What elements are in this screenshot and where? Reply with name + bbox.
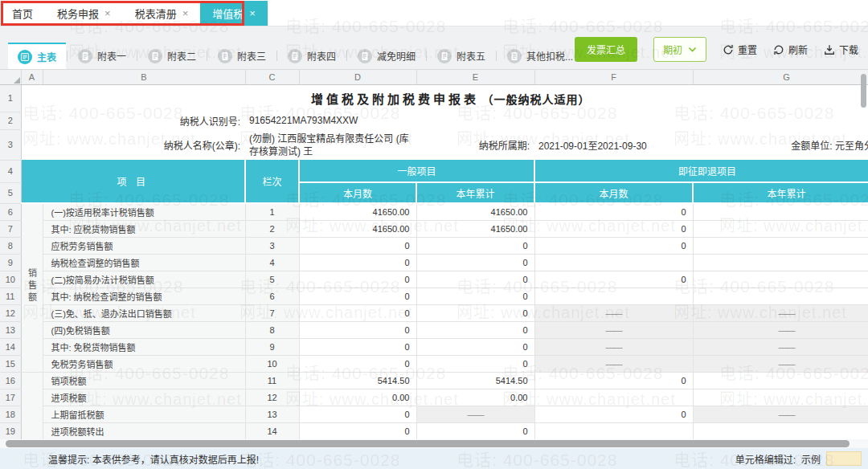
horizontal-scrollbar-track[interactable] — [0, 439, 868, 448]
row-number[interactable]: 17 — [0, 389, 21, 406]
value-cell[interactable]: 0 — [299, 271, 416, 288]
column-header-C[interactable]: C — [245, 70, 299, 84]
value-cell[interactable] — [534, 422, 693, 439]
close-tab-icon[interactable]: × — [182, 8, 189, 18]
value-cell[interactable]: 0 — [416, 338, 534, 355]
sheet-tab-annex3[interactable]: 附表三 — [208, 43, 276, 69]
row-number[interactable]: 15 — [0, 355, 21, 372]
column-header-F[interactable]: F — [534, 70, 693, 84]
row-number[interactable]: 12 — [0, 304, 21, 321]
refresh-icon — [773, 44, 784, 55]
value-cell[interactable]: 0 — [416, 304, 534, 321]
row-number[interactable]: 1 — [0, 84, 21, 112]
value-cell[interactable]: 0 — [299, 321, 416, 338]
value-cell[interactable]: 0 — [299, 254, 416, 271]
row-number[interactable]: 16 — [0, 372, 21, 389]
value-cell[interactable]: 0 — [693, 203, 868, 220]
value-cell[interactable]: 0 — [416, 422, 534, 439]
value-cell[interactable]: 0 — [534, 220, 693, 237]
value-cell[interactable]: 0 — [693, 271, 868, 288]
value-cell[interactable]: 0 — [534, 203, 693, 220]
value-cell[interactable]: 0 — [693, 237, 868, 254]
value-cell[interactable]: 0 — [416, 271, 534, 288]
row-number[interactable]: 10 — [0, 271, 21, 288]
vertical-scrollbar[interactable] — [861, 74, 866, 108]
reset-button[interactable]: 重置 — [723, 43, 757, 56]
value-cell[interactable]: 0 — [534, 372, 693, 389]
value-cell[interactable]: 0 — [693, 422, 868, 439]
sheet-tab-annex2[interactable]: 附表二 — [138, 43, 206, 69]
opening-balance-button[interactable]: 期初 — [653, 37, 706, 62]
top-tab-vat[interactable]: 增值税× — [200, 1, 268, 26]
value-cell[interactable]: 5414.50 — [299, 372, 416, 389]
value-cell[interactable]: 0 — [693, 372, 868, 389]
top-tab-home[interactable]: 首页 — [0, 1, 45, 26]
row-number[interactable]: 6 — [0, 203, 21, 220]
row-number[interactable]: 9 — [0, 254, 21, 271]
sheet-tab-annex1[interactable]: 附表一 — [68, 43, 136, 69]
value-cell[interactable]: 0 — [299, 406, 416, 422]
top-tab-tax-register[interactable]: 税表清册× — [123, 1, 201, 26]
column-header-B[interactable]: B — [43, 70, 245, 84]
sheet-tab-main[interactable]: 主表 — [8, 43, 66, 69]
value-cell[interactable]: 41650.00 — [416, 220, 534, 237]
value-cell[interactable]: 0 — [693, 220, 868, 237]
sheet-doc-icon — [218, 49, 232, 63]
value-cell[interactable]: 0 — [299, 304, 416, 321]
top-tab-tax-declaration[interactable]: 税务申报× — [45, 1, 123, 26]
sheet-tab-other[interactable]: 其他扣税... — [497, 43, 583, 69]
column-header-D[interactable]: D — [299, 70, 416, 84]
value-cell[interactable]: 0 — [693, 389, 868, 406]
value-cell[interactable]: 0 — [534, 271, 693, 288]
sheet-tab-annex5[interactable]: 附表五 — [428, 43, 495, 69]
value-cell[interactable] — [534, 254, 693, 271]
value-cell[interactable]: 0 — [416, 237, 534, 254]
value-cell[interactable]: 0.00 — [299, 389, 416, 406]
close-tab-icon[interactable]: × — [104, 8, 111, 18]
value-cell[interactable]: 0 — [693, 254, 868, 271]
value-cell[interactable]: 41650.00 — [299, 203, 416, 220]
value-cell[interactable]: 0 — [693, 288, 868, 304]
row-number[interactable]: 2 — [0, 112, 21, 129]
horizontal-scrollbar-thumb[interactable] — [6, 440, 850, 447]
row-number[interactable]: 5 — [0, 182, 21, 203]
row-number[interactable]: 18 — [0, 406, 21, 422]
value-cell[interactable]: 0 — [416, 321, 534, 338]
row-number[interactable]: 7 — [0, 220, 21, 237]
column-header-A[interactable]: A — [21, 70, 43, 84]
close-tab-icon[interactable]: × — [249, 8, 256, 18]
value-cell[interactable]: 0 — [299, 355, 416, 372]
value-cell[interactable] — [534, 389, 693, 406]
row-number[interactable]: 13 — [0, 321, 21, 338]
sheet-tab-reduction[interactable]: 减免明细 — [348, 43, 425, 69]
refresh-button[interactable]: 刷新 — [773, 43, 808, 56]
row-number[interactable]: 3 — [0, 129, 21, 160]
value-cell[interactable]: 0.00 — [416, 389, 534, 406]
row-number[interactable]: 4 — [0, 160, 21, 182]
row-number[interactable]: 8 — [0, 237, 21, 254]
select-all-corner[interactable] — [0, 70, 21, 84]
invoice-summary-button[interactable]: 发票汇总 — [575, 37, 637, 62]
value-cell[interactable]: 0 — [416, 254, 534, 271]
item-label-cell: 进项税额转出 — [43, 422, 245, 439]
value-cell[interactable]: 0 — [299, 338, 416, 355]
value-cell[interactable]: 0 — [534, 237, 693, 254]
column-header-G[interactable]: G — [693, 70, 868, 84]
value-cell[interactable]: 5414.50 — [416, 372, 534, 389]
value-cell[interactable]: 0 — [416, 355, 534, 372]
value-cell[interactable]: 0 — [299, 288, 416, 304]
table-row: 15免税劳务销售额1000———— — [0, 355, 868, 372]
value-cell[interactable]: 0 — [416, 288, 534, 304]
value-cell[interactable]: 0 — [299, 422, 416, 439]
value-cell[interactable]: 0 — [534, 406, 693, 422]
sheet-tab-annex4[interactable]: 附表四 — [278, 43, 346, 69]
value-cell[interactable]: 0 — [299, 237, 416, 254]
column-header-E[interactable]: E — [416, 70, 534, 84]
value-cell[interactable]: 41650.00 — [299, 220, 416, 237]
row-number[interactable]: 19 — [0, 422, 21, 439]
download-button[interactable]: 下载 — [824, 43, 858, 56]
row-number[interactable]: 11 — [0, 288, 21, 304]
value-cell[interactable]: 41650.00 — [416, 203, 534, 220]
value-cell[interactable] — [534, 288, 693, 304]
row-number[interactable]: 14 — [0, 338, 21, 355]
